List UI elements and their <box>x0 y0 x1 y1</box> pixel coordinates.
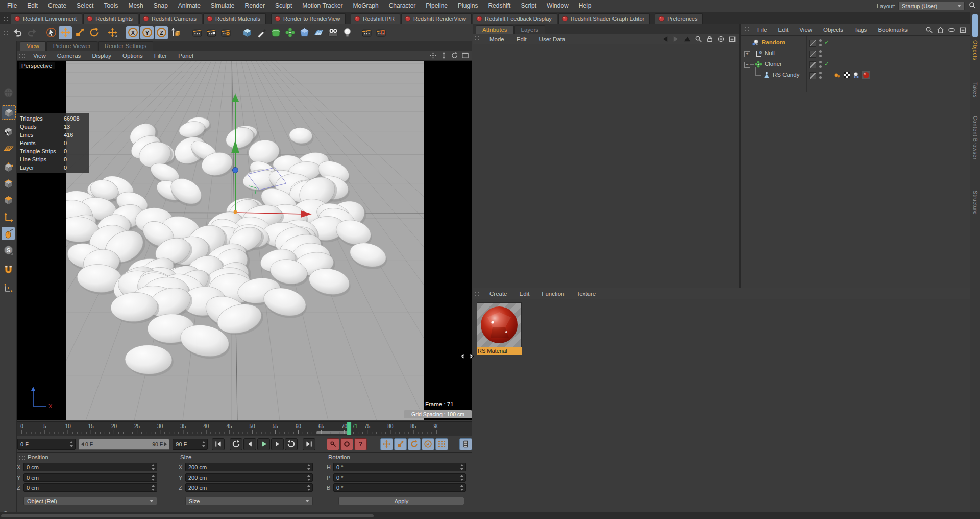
menubar-item-tools[interactable]: Tools <box>99 0 123 12</box>
redshift-tab-redshift-renderview[interactable]: Redshift RenderView <box>401 13 472 24</box>
magnet-tool[interactable] <box>2 263 15 276</box>
render-view-button[interactable] <box>190 26 204 39</box>
move-tool[interactable] <box>59 26 72 39</box>
viewport-tab-view[interactable]: View <box>20 41 46 51</box>
dolly-icon[interactable] <box>440 52 448 59</box>
polygons-mode[interactable] <box>2 193 15 206</box>
attributes-tab-attributes[interactable]: Attributes <box>476 25 514 34</box>
goto-start-button[interactable] <box>212 438 225 450</box>
viewport-grip[interactable] <box>19 52 24 59</box>
viewport-menu-options[interactable]: Options <box>117 53 149 59</box>
coord-field-position-z[interactable]: 0 cm <box>23 483 157 492</box>
play-cycle-button[interactable] <box>285 438 298 450</box>
layout-dropdown[interactable]: Startup (User) <box>898 2 965 10</box>
menubar-item-plugins[interactable]: Plugins <box>453 0 483 12</box>
editor-visibility-dot[interactable] <box>819 72 822 74</box>
material-menu-create[interactable]: Create <box>483 291 513 297</box>
keyframe-help-button[interactable]: ? <box>354 438 367 450</box>
object-row-rs-candy[interactable]: RS Candy <box>741 70 970 80</box>
autokeying-button[interactable] <box>340 438 353 450</box>
object-row-cloner[interactable]: −Cloner✓ <box>741 59 970 69</box>
search-icon[interactable] <box>925 26 933 34</box>
render-visibility-dot[interactable] <box>819 76 822 79</box>
new-panel-icon[interactable] <box>959 26 967 34</box>
redshift-tab-redshift-shader-graph-editor[interactable]: Redshift Shader Graph Editor <box>558 13 650 24</box>
menubar-item-pipeline[interactable]: Pipeline <box>421 0 453 12</box>
lock-x-axis[interactable]: X <box>126 26 139 39</box>
play-backwards-button[interactable] <box>230 438 242 450</box>
toolbar-grip[interactable] <box>2 15 8 22</box>
visibility-dots[interactable] <box>819 50 822 57</box>
menubar-item-mograph[interactable]: MoGraph <box>348 0 384 12</box>
pan-icon[interactable] <box>429 52 437 59</box>
search-icon[interactable] <box>695 35 702 43</box>
record-keyframe-button[interactable] <box>327 438 339 450</box>
menubar-item-help[interactable]: Help <box>574 0 597 12</box>
lock-y-axis[interactable]: Y <box>140 26 154 39</box>
horizontal-scrollbar[interactable] <box>1 514 374 517</box>
redshift-tab-redshift-environment[interactable]: Redshift Environment <box>11 13 82 24</box>
range-left-arrow[interactable] <box>81 442 84 446</box>
attributes-menu-user-data[interactable]: User Data <box>533 36 572 42</box>
layer-color-box[interactable] <box>809 40 816 47</box>
points-mode[interactable] <box>2 160 15 174</box>
tag-material-icon[interactable] <box>862 71 870 79</box>
attributes-grip[interactable] <box>475 36 480 42</box>
history-back-icon[interactable] <box>661 35 669 43</box>
viewport-menu-filter[interactable]: Filter <box>149 53 173 59</box>
menubar-item-sculpt[interactable]: Sculpt <box>270 0 297 12</box>
attributes-menu-edit[interactable]: Edit <box>510 36 533 42</box>
volume-builder-button[interactable] <box>298 26 311 39</box>
team-render-button[interactable] <box>360 26 373 39</box>
coordinate-system-toggle[interactable] <box>169 26 182 39</box>
render-visibility-dot[interactable] <box>819 65 822 68</box>
coord-field-size-y[interactable]: 200 cm <box>185 473 313 482</box>
menubar-item-redshift[interactable]: Redshift <box>483 0 516 12</box>
attributes-tab-layers[interactable]: Layers <box>514 25 546 34</box>
side-tab-content-browser[interactable]: Content Browser <box>972 116 978 160</box>
toolbar-grip[interactable] <box>2 29 8 36</box>
visibility-dots[interactable] <box>819 61 822 68</box>
visibility-dots[interactable] <box>819 39 822 46</box>
side-tab-takes[interactable]: Takes <box>972 82 978 98</box>
coord-field-size-z[interactable]: 200 cm <box>185 483 313 492</box>
tag-rs-object-icon[interactable] <box>852 71 861 79</box>
coordinates-grip[interactable] <box>19 454 24 461</box>
play-forwards-button[interactable] <box>257 438 270 450</box>
coord-dropdown-size[interactable]: Size <box>185 497 313 505</box>
redshift-tab-redshift-materials[interactable]: Redshift Materials <box>203 13 266 24</box>
redshift-tab-redshift-lights[interactable]: Redshift Lights <box>83 13 138 24</box>
layer-color-box[interactable] <box>809 61 816 68</box>
subdivision-surface-button[interactable] <box>269 26 282 39</box>
camera-button[interactable] <box>326 26 339 39</box>
menubar-item-file[interactable]: File <box>2 0 22 12</box>
attributes-menu-mode[interactable]: Mode <box>483 36 510 42</box>
parent-up-icon[interactable] <box>683 35 691 43</box>
redo-button[interactable] <box>25 26 38 39</box>
editor-visibility-dot[interactable] <box>819 50 822 53</box>
enabled-check-icon[interactable]: ✓ <box>824 40 829 45</box>
material-item[interactable]: RS Material <box>477 302 522 355</box>
add-cube-button[interactable] <box>240 26 254 39</box>
range-right-arrow[interactable] <box>164 442 167 446</box>
object-manager-menu-view[interactable]: View <box>794 27 818 33</box>
coord-field-size-x[interactable]: 200 cm <box>185 463 313 471</box>
apply-button[interactable]: Apply <box>338 497 464 505</box>
coord-field-rotation-b[interactable]: 0 ° <box>333 483 466 492</box>
render-visibility-dot[interactable] <box>819 55 822 57</box>
viewport-menu-cameras[interactable]: Cameras <box>52 53 87 59</box>
editor-visibility-dot[interactable] <box>819 61 822 63</box>
viewport-tab-render-settings[interactable]: Render Settings <box>98 41 153 51</box>
redshift-tab-redshift-ipr[interactable]: Redshift IPR <box>351 13 400 24</box>
timeline-end-field[interactable]: 90 F <box>173 439 208 450</box>
undo-button[interactable] <box>11 26 24 39</box>
timeline-options-button[interactable] <box>459 438 472 450</box>
coord-dropdown-position[interactable]: Object (Rel) <box>23 497 157 505</box>
expander-expanded[interactable]: − <box>744 62 750 68</box>
tweak-mode[interactable] <box>2 227 15 240</box>
menubar-item-render[interactable]: Render <box>240 0 270 12</box>
scrollbar-thumb[interactable] <box>972 14 978 37</box>
key-pla-toggle[interactable] <box>435 438 448 450</box>
object-manager-grip[interactable] <box>743 27 749 33</box>
maximize-icon[interactable] <box>461 52 469 59</box>
